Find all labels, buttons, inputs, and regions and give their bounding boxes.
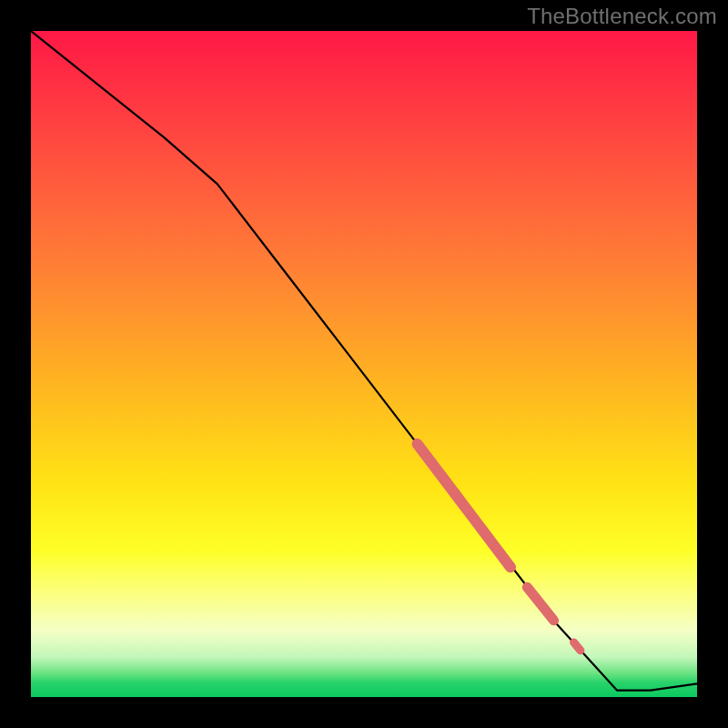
chart-svg bbox=[31, 31, 697, 697]
plot-area bbox=[31, 31, 697, 697]
svg-rect-0 bbox=[31, 31, 697, 697]
watermark-text: TheBottleneck.com bbox=[527, 4, 717, 29]
highlight-dot-b bbox=[574, 642, 581, 651]
chart-frame: TheBottleneck.com bbox=[0, 0, 728, 728]
